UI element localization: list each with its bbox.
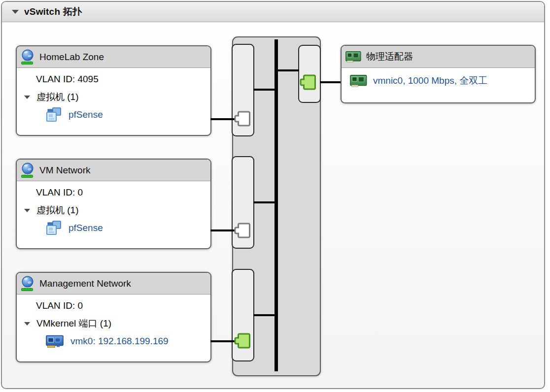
- physical-adapter-item: vmnic0, 1000 Mbps, 全双工: [350, 74, 535, 87]
- vmkernel-list-item: vmk0: 192.168.199.169: [46, 334, 210, 349]
- network-globe-icon: [21, 163, 35, 178]
- physical-adapter-card: 物理适配器 vmnic0, 1000 Mbps, 全双工: [341, 45, 536, 103]
- portgroup-card-vm-network: VM Network VLAN ID: 0 虚拟机 (1) pfS: [16, 159, 211, 249]
- connection-line-management-to-bus: [253, 314, 276, 316]
- connection-line-uplink-to-adapter: [320, 81, 342, 83]
- collapse-triangle-icon: [12, 10, 19, 14]
- connection-line-vm-network-to-bus: [253, 201, 276, 203]
- vlan-id-label: VLAN ID: 0: [36, 300, 210, 312]
- nic-green-icon: [350, 75, 367, 87]
- vm-list-item: pfSense: [46, 107, 210, 122]
- portgroup-header: Management Network: [17, 273, 210, 294]
- vm-link[interactable]: pfSense: [69, 109, 103, 120]
- physical-adapter-header: 物理适配器: [342, 46, 535, 68]
- portgroup-card-management: Management Network VLAN ID: 0 VMkernel 端…: [16, 272, 211, 362]
- vlan-id-label: VLAN ID: 0: [36, 187, 210, 198]
- portgroup-card-homelab: HomeLab Zone VLAN ID: 4095 虚拟机 (1): [16, 45, 211, 136]
- connection-line-homelab-to-bus: [253, 89, 276, 91]
- section-collapse-header[interactable]: vSwitch 拓扑: [2, 2, 544, 22]
- vswitch-topology-panel: vSwitch 拓扑 HomeLab Zone VLAN ID: 4095 虚拟…: [1, 1, 545, 389]
- portgroup-name: VM Network: [39, 165, 90, 176]
- vm-group-label: 虚拟机 (1): [36, 91, 79, 103]
- port-icon-uplink-connected: [300, 74, 316, 90]
- vm-group-label: 虚拟机 (1): [36, 204, 79, 217]
- expander-triangle-icon[interactable]: [24, 322, 30, 326]
- portgroup-name: HomeLab Zone: [39, 52, 104, 63]
- connection-line-homelab-card-to-port: [210, 118, 235, 120]
- network-globe-icon: [21, 276, 35, 291]
- connection-line-management-card-to-port: [210, 340, 235, 342]
- port-icon-vm-network-disconnected: [234, 223, 251, 238]
- port-icon-homelab-disconnected: [234, 111, 251, 127]
- vmnic-link[interactable]: vmnic0, 1000 Mbps, 全双工: [373, 74, 487, 87]
- portgroup-name: Management Network: [39, 278, 131, 289]
- vswitch-topology-screen: vSwitch 拓扑 HomeLab Zone VLAN ID: 4095 虚拟…: [0, 0, 550, 392]
- vmkernel-link[interactable]: vmk0: 192.168.199.169: [70, 336, 169, 347]
- portgroup-header: VM Network: [17, 160, 210, 181]
- expander-triangle-icon[interactable]: [24, 209, 30, 212]
- physical-adapter-title: 物理适配器: [366, 50, 413, 63]
- connection-line-vm-network-card-to-port: [210, 229, 235, 231]
- vm-icon: [46, 107, 62, 123]
- section-title: vSwitch 拓扑: [24, 5, 82, 18]
- nic-green-icon: [345, 51, 361, 63]
- network-globe-icon: [21, 49, 35, 65]
- expander-triangle-icon[interactable]: [24, 96, 30, 99]
- vlan-id-label: VLAN ID: 4095: [36, 73, 210, 85]
- vmkernel-group-label: VMkernel 端口 (1): [36, 317, 111, 330]
- uplink-port-area: [298, 45, 321, 103]
- vm-list-item: pfSense: [46, 221, 210, 235]
- vm-icon: [46, 221, 62, 236]
- portgroup-header: HomeLab Zone: [17, 46, 210, 68]
- connection-line-bus-to-uplink: [277, 69, 299, 71]
- port-icon-management-connected: [234, 333, 251, 349]
- vm-link[interactable]: pfSense: [69, 223, 103, 233]
- nic-blue-icon: [46, 335, 64, 348]
